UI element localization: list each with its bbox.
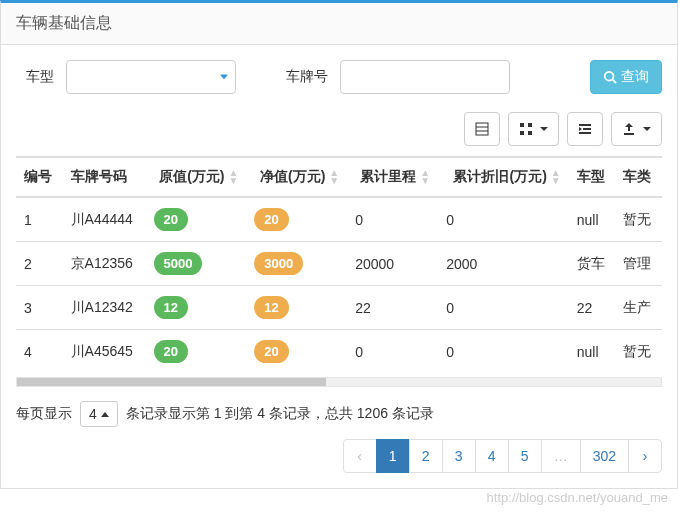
svg-rect-5: [520, 123, 524, 127]
sort-icon: [228, 169, 238, 185]
refresh-button[interactable]: [567, 112, 603, 146]
svg-line-1: [613, 80, 617, 84]
panel-title: 车辆基础信息: [1, 3, 677, 45]
pagination: ‹ 1 2 3 4 5 … 302 ›: [16, 439, 662, 473]
page-prev[interactable]: ‹: [343, 439, 377, 473]
value-badge: 20: [254, 208, 288, 231]
table-row[interactable]: 1 川A44444 20 20 0 0 null 暂无: [16, 197, 662, 242]
search-button[interactable]: 查询: [590, 60, 662, 94]
filter-row: 车型 车牌号 查询: [16, 60, 662, 94]
page-size-label: 每页显示: [16, 405, 72, 423]
grid-icon: [519, 122, 533, 136]
sort-icon: [551, 169, 561, 185]
col-depreciation[interactable]: 累计折旧(万元): [438, 158, 569, 198]
table-row[interactable]: 3 川A12342 12 12 22 0 22 生产: [16, 286, 662, 330]
table-header-row: 编号 车牌号码 原值(万元) 净值(万元) 累计里程 累计折旧(万元) 车型 车…: [16, 158, 662, 198]
page-size-select[interactable]: 4: [80, 401, 118, 427]
watermark: http://blog.csdn.net/youand_me: [487, 490, 668, 505]
svg-rect-2: [476, 123, 488, 135]
value-badge: 20: [154, 340, 188, 363]
value-badge: 20: [254, 340, 288, 363]
horizontal-scrollbar[interactable]: [16, 377, 662, 387]
svg-rect-8: [528, 131, 532, 135]
indent-icon: [578, 122, 592, 136]
col-mileage[interactable]: 累计里程: [347, 158, 438, 198]
vehicle-type-input[interactable]: [66, 60, 236, 94]
caret-down-icon: [643, 127, 651, 131]
table-row[interactable]: 2 京A12356 5000 3000 20000 2000 货车 管理: [16, 242, 662, 286]
caret-down-icon: [540, 127, 548, 131]
value-badge: 12: [254, 296, 288, 319]
table-row[interactable]: 4 川A45645 20 20 0 0 null 暂无: [16, 330, 662, 374]
svg-point-0: [605, 72, 614, 81]
page-2[interactable]: 2: [409, 439, 443, 473]
plate-input[interactable]: [340, 60, 510, 94]
page-4[interactable]: 4: [475, 439, 509, 473]
page-ellipsis: …: [541, 439, 581, 473]
page-5[interactable]: 5: [508, 439, 542, 473]
caret-up-icon: [101, 412, 109, 417]
search-icon: [603, 70, 617, 84]
col-plate[interactable]: 车牌号码: [63, 158, 146, 198]
toggle-view-button[interactable]: [464, 112, 500, 146]
svg-rect-6: [528, 123, 532, 127]
col-original[interactable]: 原值(万元): [146, 158, 247, 198]
page-1[interactable]: 1: [376, 439, 410, 473]
table-footer: 每页显示 4 条记录显示第 1 到第 4 条记录，总共 1206 条记录: [16, 401, 662, 427]
page-3[interactable]: 3: [442, 439, 476, 473]
table-toolbar: [16, 112, 662, 146]
col-id[interactable]: 编号: [16, 158, 63, 198]
value-badge: 3000: [254, 252, 303, 275]
sort-icon: [329, 169, 339, 185]
plate-label: 车牌号: [286, 68, 328, 86]
value-badge: 20: [154, 208, 188, 231]
columns-button[interactable]: [508, 112, 559, 146]
table-body: 1 川A44444 20 20 0 0 null 暂无 2 京A12356 50…: [16, 197, 662, 373]
value-badge: 12: [154, 296, 188, 319]
page-next[interactable]: ›: [628, 439, 662, 473]
svg-rect-7: [520, 131, 524, 135]
scrollbar-thumb[interactable]: [17, 378, 326, 386]
sort-icon: [420, 169, 430, 185]
table-scroll[interactable]: 编号 车牌号码 原值(万元) 净值(万元) 累计里程 累计折旧(万元) 车型 车…: [16, 156, 662, 373]
value-badge: 5000: [154, 252, 203, 275]
vehicle-type-label: 车型: [26, 68, 54, 86]
vehicle-table: 编号 车牌号码 原值(万元) 净值(万元) 累计里程 累计折旧(万元) 车型 车…: [16, 157, 662, 373]
page-last[interactable]: 302: [580, 439, 629, 473]
col-category[interactable]: 车类: [615, 158, 662, 198]
svg-rect-12: [624, 133, 634, 135]
col-type[interactable]: 车型: [569, 158, 616, 198]
search-button-label: 查询: [621, 68, 649, 86]
chevron-down-icon: [220, 75, 228, 80]
export-icon: [622, 122, 636, 136]
vehicle-panel: 车辆基础信息 车型 车牌号 查询: [0, 0, 678, 489]
vehicle-type-select[interactable]: [66, 60, 236, 94]
export-button[interactable]: [611, 112, 662, 146]
col-net[interactable]: 净值(万元): [246, 158, 347, 198]
list-icon: [475, 122, 489, 136]
records-summary: 条记录显示第 1 到第 4 条记录，总共 1206 条记录: [126, 405, 434, 423]
panel-body: 车型 车牌号 查询: [1, 45, 677, 488]
